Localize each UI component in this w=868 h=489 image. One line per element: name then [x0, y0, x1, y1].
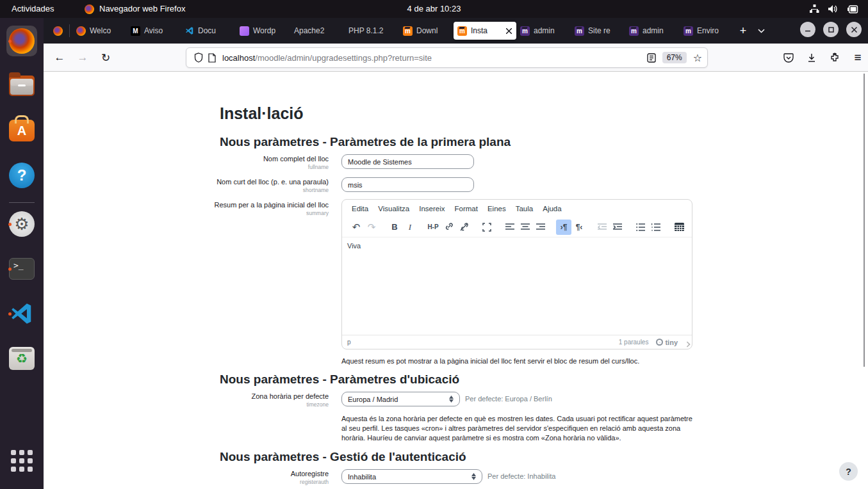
tab-installation-active[interactable]: m Insta	[454, 22, 516, 40]
extensions-puzzle-icon[interactable]	[825, 48, 844, 67]
bullet-list-icon[interactable]	[633, 220, 648, 235]
word-count[interactable]: 1 paraules	[619, 339, 649, 346]
firefox-icon	[53, 26, 63, 36]
desktop: Actividades Navegador web Firefox 4 de a…	[0, 0, 868, 489]
running-indicator	[8, 40, 12, 43]
editor-resize-handle[interactable]	[684, 341, 690, 347]
undo-icon[interactable]: ↶	[348, 220, 364, 235]
tiny-logo[interactable]: ◦tiny	[656, 339, 678, 346]
back-icon[interactable]: ←	[50, 48, 69, 67]
tab-close-icon[interactable]	[504, 26, 514, 36]
close-button[interactable]	[846, 22, 862, 37]
tab-php[interactable]: PHP 8.1.2	[345, 22, 399, 40]
tab-download-moodle[interactable]: m Downl	[399, 22, 454, 40]
indent-icon[interactable]	[610, 220, 625, 235]
battery-icon	[848, 5, 859, 13]
redo-icon[interactable]: ↷	[364, 220, 379, 235]
dock-ubuntu-software[interactable]: A	[6, 115, 37, 146]
tab-apache[interactable]: Apache2	[290, 22, 345, 40]
shortname-input[interactable]	[341, 177, 474, 192]
minimize-button[interactable]	[800, 22, 815, 37]
window-controls	[800, 22, 862, 37]
clock[interactable]: 4 de abr 10:23	[0, 0, 868, 18]
tab-admin-1[interactable]: m admin	[516, 22, 571, 40]
url-host: localhost	[222, 53, 255, 63]
menu-tools[interactable]: Eines	[487, 205, 506, 212]
tab-welcome[interactable]: Welco	[72, 22, 127, 40]
unlink-icon[interactable]	[456, 220, 471, 235]
maximize-button[interactable]	[823, 22, 839, 37]
bookmark-star-icon[interactable]: ☆	[693, 52, 702, 64]
wordpress-icon	[240, 26, 249, 36]
forward-icon[interactable]: →	[73, 48, 92, 67]
volume-icon	[828, 4, 839, 13]
downloads-icon[interactable]	[802, 48, 821, 67]
system-tray[interactable]	[810, 0, 859, 18]
help-fab-button[interactable]: ?	[839, 462, 858, 481]
vertical-scrollbar[interactable]	[864, 74, 865, 367]
moodle-icon: m	[403, 26, 413, 36]
table-icon[interactable]	[671, 220, 687, 235]
element-path[interactable]: p	[347, 339, 351, 346]
timezone-select[interactable]: Europa / Madrid	[341, 392, 460, 406]
tab-environment[interactable]: m Enviro	[680, 22, 734, 40]
fullname-input[interactable]	[341, 154, 474, 169]
pocket-icon[interactable]	[779, 48, 798, 67]
firefox-icon	[76, 26, 86, 36]
registerauth-select[interactable]: Inhabilita	[341, 469, 482, 484]
bold-icon[interactable]: B	[387, 220, 402, 235]
registerauth-default: Per defecte: Inhabilita	[487, 472, 555, 480]
align-left-icon[interactable]	[502, 220, 518, 235]
reload-icon[interactable]: ↻	[96, 48, 115, 67]
align-right-icon[interactable]	[533, 220, 548, 235]
dock-firefox[interactable]	[6, 26, 37, 56]
section-heading-location: Nous paràmetres - Paràmetres d'ubicació	[220, 373, 459, 387]
tracking-protection-shield-icon[interactable]	[194, 52, 203, 63]
reader-mode-icon[interactable]	[647, 53, 656, 63]
registerauth-label: Autoregistre registerauth	[168, 470, 329, 485]
dock-app-grid[interactable]	[6, 445, 37, 476]
italic-icon[interactable]: I	[402, 220, 418, 235]
rtl-direction-icon[interactable]: ¶‹	[571, 220, 587, 235]
list-tabs-chevron-icon[interactable]	[752, 22, 770, 40]
dock-trash[interactable]: ♻	[6, 343, 37, 374]
menu-edit[interactable]: Edita	[352, 205, 368, 212]
dock-terminal[interactable]: >_	[6, 253, 37, 284]
tab-divider	[69, 24, 70, 37]
menu-format[interactable]: Format	[455, 205, 478, 212]
heading-paragraph-icon[interactable]: H-P	[425, 220, 441, 235]
tab-wordpress[interactable]: Wordp	[236, 22, 290, 40]
align-center-icon[interactable]	[518, 220, 533, 235]
firefox-view-button[interactable]	[49, 22, 67, 40]
menu-view[interactable]: Visualitza	[378, 205, 409, 212]
running-indicator	[8, 312, 12, 316]
editor-toolbar: ↶ ↷ B I H-P	[342, 217, 692, 237]
dock-help[interactable]: ?	[6, 160, 37, 191]
help-icon: ?	[9, 163, 35, 188]
url-bar[interactable]: localhost/moodle/admin/upgradesettings.p…	[186, 47, 708, 68]
outdent-icon[interactable]	[594, 220, 610, 235]
tab-aviso[interactable]: M Aviso	[127, 22, 181, 40]
dock-vscode[interactable]	[6, 298, 37, 329]
tab-docs[interactable]: Docu	[181, 22, 236, 40]
zoom-level-button[interactable]: 67%	[662, 52, 687, 63]
firefox-icon	[9, 28, 35, 54]
menu-help[interactable]: Ajuda	[543, 205, 561, 212]
tab-admin-2[interactable]: m admin	[625, 22, 680, 40]
menu-table[interactable]: Taula	[516, 205, 534, 212]
page-info-icon[interactable]	[208, 53, 216, 63]
timezone-default: Per defecte: Europa / Berlín	[465, 395, 552, 403]
numbered-list-icon[interactable]	[648, 220, 664, 235]
editor-content-area[interactable]: Viva	[342, 237, 692, 335]
menu-hamburger-icon[interactable]: ≡	[848, 48, 867, 67]
dock-settings[interactable]: ⚙	[6, 209, 37, 239]
tab-site-registration[interactable]: m Site re	[571, 22, 625, 40]
running-indicator	[8, 268, 12, 271]
ltr-direction-icon[interactable]: ›¶	[556, 220, 571, 235]
dock-files[interactable]	[6, 70, 37, 101]
link-icon[interactable]	[441, 220, 456, 235]
menu-insert[interactable]: Insereix	[419, 205, 445, 212]
new-tab-button[interactable]: +	[734, 22, 752, 40]
moodle-icon: m	[575, 26, 584, 36]
fullscreen-icon[interactable]	[479, 220, 495, 235]
